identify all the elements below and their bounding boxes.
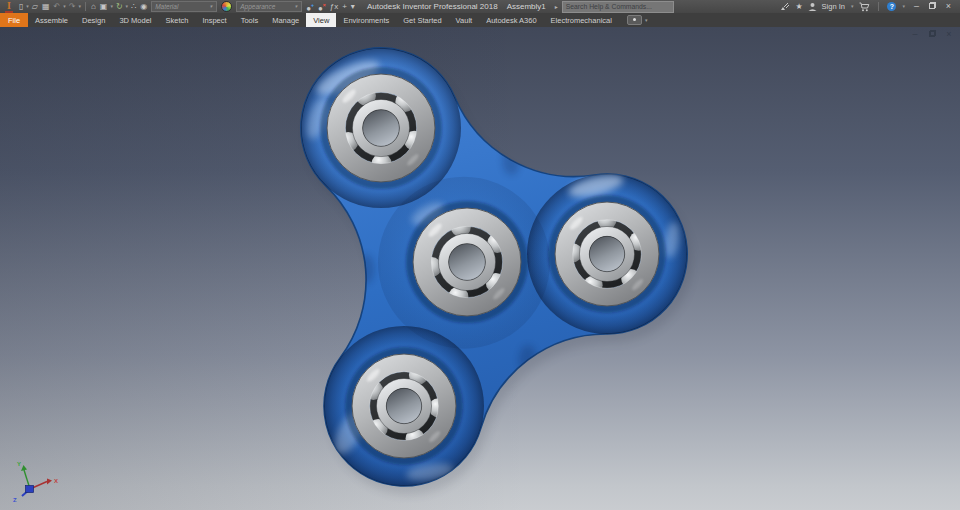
search-input[interactable]: Search Help & Commands... [562, 1, 674, 13]
tab-inspect[interactable]: Inspect [195, 13, 233, 27]
inventor-logo[interactable]: I [5, 1, 13, 13]
divider [878, 2, 879, 11]
sign-in-caret[interactable]: ▾ [850, 0, 855, 13]
divider [85, 2, 86, 11]
help-icon[interactable]: ? [887, 2, 896, 11]
search-placeholder: Search Help & Commands... [566, 3, 652, 10]
document-window-controls: – × [910, 28, 954, 40]
tab-view[interactable]: View [306, 13, 336, 27]
appearance-dropdown[interactable]: Appearance▾ [236, 1, 302, 12]
qat-customize-icon[interactable]: ▾ [349, 0, 357, 13]
z-axis-cube [26, 486, 34, 493]
bearing-bore [363, 110, 400, 147]
navigation-triad: XYZ [8, 458, 60, 504]
doc-restore-icon [929, 30, 936, 37]
material-dropdown[interactable]: Material▾ [151, 1, 217, 12]
open-icon[interactable]: ▱ [30, 0, 40, 13]
bearing-component[interactable] [320, 67, 442, 189]
adjust-appearance-icon-badge: + [311, 2, 314, 8]
tab-tools[interactable]: Tools [234, 13, 266, 27]
tab-vault[interactable]: Vault [449, 13, 480, 27]
x-axis-label: X [54, 478, 58, 484]
help-caret[interactable]: ▾ [901, 0, 906, 13]
inventor-app: I▯▾▱▦↶▾↷▾⌂▣▾↻▾∴◉Material▾Appearance▾●+●×… [0, 0, 960, 510]
quick-access-toolbar: I▯▾▱▦↶▾↷▾⌂▣▾↻▾∴◉Material▾Appearance▾●+●×… [4, 0, 357, 14]
z-axis-label: Z [13, 497, 17, 503]
chevron-down-icon: ▾ [209, 0, 214, 13]
chevron-down-icon: ▾ [294, 0, 299, 13]
tab-3d-model[interactable]: 3D Model [112, 13, 158, 27]
sign-in-button[interactable]: Sign In [822, 2, 845, 11]
y-axis-arrow [21, 465, 27, 471]
screencast-record-control: ▾ [627, 13, 649, 27]
y-axis-label: Y [17, 461, 21, 467]
undo-icon[interactable]: ↶ [52, 0, 63, 13]
model-scene[interactable] [0, 27, 960, 510]
community-share-icon[interactable] [780, 2, 790, 12]
store-cart-icon[interactable] [859, 2, 870, 12]
bearing-component[interactable] [345, 347, 463, 465]
search-flyout-arrow[interactable]: ▸ [555, 3, 558, 10]
tab-design[interactable]: Design [75, 13, 112, 27]
profile-icon[interactable] [808, 2, 817, 12]
tab-manage[interactable]: Manage [265, 13, 306, 27]
doc-close-button[interactable]: × [944, 28, 954, 41]
material-dropdown-value: Material [155, 3, 178, 10]
select-filter-icon[interactable]: ∴ [129, 0, 138, 13]
bearing-component[interactable] [406, 201, 528, 323]
home-icon[interactable]: ⌂ [89, 0, 98, 13]
ribbon-tab-bar: FileAssembleDesign3D ModelSketchInspectT… [0, 13, 960, 27]
tab-environments[interactable]: Environments [336, 13, 396, 27]
titlebar-right-cluster: ★ Sign In ▾ ? ▾ – × [780, 0, 956, 13]
fidget-spinner-model[interactable] [301, 48, 692, 495]
tab-electromechanical[interactable]: Electromechanical [544, 13, 619, 27]
bearing-bore [589, 236, 624, 271]
bearing-bore [449, 244, 486, 281]
parameters-icon[interactable]: ƒx [328, 0, 340, 13]
color-wheel-icon[interactable] [221, 1, 232, 12]
document-name: Assembly1 [507, 2, 546, 11]
bearing-bore [386, 388, 421, 423]
appearance-dropdown-value: Appearance [240, 3, 275, 10]
viewport-3d[interactable]: – × [0, 27, 960, 510]
favorites-star-icon[interactable]: ★ [795, 0, 802, 13]
minimize-button[interactable]: – [911, 0, 922, 13]
tab-autodesk-a360[interactable]: Autodesk A360 [479, 13, 543, 27]
tab-get-started[interactable]: Get Started [396, 13, 448, 27]
x-axis-arrow [47, 479, 52, 485]
clear-appearance-icon[interactable]: ●× [316, 0, 328, 14]
record-icon[interactable] [627, 15, 642, 25]
save-icon[interactable]: ▦ [40, 0, 52, 13]
app-title: Autodesk Inventor Professional 2018 [367, 2, 498, 11]
screenshot-icon[interactable]: ▣ [98, 0, 110, 13]
close-button[interactable]: × [943, 0, 954, 13]
restore-icon [929, 2, 936, 9]
update-icon[interactable]: ↻ [114, 0, 125, 13]
restore-button[interactable] [927, 0, 938, 13]
redo-icon[interactable]: ↷ [67, 0, 78, 13]
redo-icon-caret[interactable]: ▾ [77, 0, 82, 13]
tab-file[interactable]: File [0, 13, 28, 27]
add-icon[interactable]: + [340, 0, 349, 13]
adjust-appearance-icon[interactable]: ●+ [304, 0, 316, 14]
clear-appearance-icon-badge: × [323, 2, 326, 8]
tab-sketch[interactable]: Sketch [159, 13, 196, 27]
tab-assemble[interactable]: Assemble [28, 13, 75, 27]
new-file-icon[interactable]: ▯ [17, 0, 25, 13]
globe-icon[interactable]: ◉ [138, 0, 149, 13]
titlebar: I▯▾▱▦↶▾↷▾⌂▣▾↻▾∴◉Material▾Appearance▾●+●×… [0, 0, 960, 13]
doc-restore-button[interactable] [927, 28, 937, 41]
bearing-component[interactable] [548, 195, 666, 313]
record-caret[interactable]: ▾ [644, 14, 649, 27]
doc-minimize-button[interactable]: – [910, 28, 920, 41]
